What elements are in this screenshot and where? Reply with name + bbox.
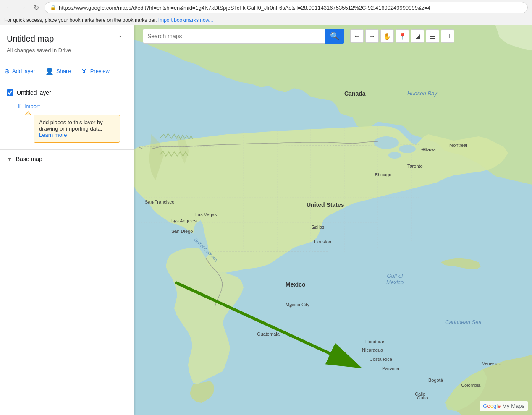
add-layer-label: Add layer — [12, 68, 35, 74]
map-toolbar: 🔍 ← → ✋ 📍 ◢ ☰ □ — [139, 29, 532, 44]
pin-tool[interactable]: 📍 — [396, 29, 409, 43]
layer-section: Untitled layer ⋮ ⇧ Import Add places to … — [0, 81, 134, 150]
layer-more-button[interactable]: ⋮ — [115, 87, 127, 99]
browser-chrome: ← → ↻ 🔒 https://www.google.com/maps/d/ed… — [0, 0, 532, 25]
shape-tool[interactable]: ◢ — [411, 29, 424, 43]
la-dot — [174, 221, 176, 223]
filter-tool[interactable]: ☰ — [426, 29, 439, 43]
basemap-chevron-icon: ▼ — [7, 156, 13, 162]
hint-text: Add places to this layer by drawing or i… — [39, 119, 103, 132]
panel-more-button[interactable]: ⋮ — [113, 32, 127, 45]
panel-header: Untitled map ⋮ All changes saved in Driv… — [0, 25, 134, 61]
address-bar[interactable]: 🔒 https://www.google.com/maps/d/edit?hl=… — [45, 2, 528, 13]
add-layer-icon: ⊕ — [4, 67, 10, 75]
toronto-dot — [411, 165, 413, 167]
undo-tool[interactable]: ← — [350, 29, 364, 43]
preview-icon: 👁 — [81, 68, 88, 75]
google-logo: Google — [483, 403, 501, 409]
layer-title: Untitled layer — [17, 89, 112, 96]
google-mymaps-branding: Google My Maps — [480, 401, 528, 411]
share-label: Share — [56, 68, 71, 74]
refresh-button[interactable]: ↻ — [31, 3, 41, 13]
import-bookmarks-link[interactable]: Import bookmarks now... — [158, 17, 213, 23]
chicago-dot — [375, 173, 377, 175]
learn-more-link[interactable]: Learn more — [39, 132, 67, 138]
share-button[interactable]: 👤 Share — [41, 65, 75, 78]
import-link[interactable]: Import — [24, 103, 40, 110]
dallas-dot — [313, 227, 315, 229]
import-icon: ⇧ — [17, 103, 22, 110]
back-button[interactable]: ← — [4, 3, 14, 13]
mexico-city-dot — [290, 305, 292, 308]
search-bar[interactable]: 🔍 — [143, 29, 344, 44]
forward-button[interactable]: → — [18, 3, 28, 13]
hint-arrow-inner — [26, 112, 31, 115]
basemap-section: ▼ Base map — [0, 150, 134, 168]
redo-tool[interactable]: → — [365, 29, 379, 43]
search-button[interactable]: 🔍 — [325, 29, 344, 44]
sf-dot — [152, 202, 154, 204]
bookmark-bar: For quick access, place your bookmarks h… — [0, 15, 532, 25]
share-icon: 👤 — [45, 67, 54, 75]
hint-box: Add places to this layer by drawing or i… — [34, 115, 120, 143]
browser-nav: ← → ↻ 🔒 https://www.google.com/maps/d/ed… — [0, 0, 532, 15]
ottawa-dot — [422, 149, 425, 151]
lock-icon: 🔒 — [50, 5, 56, 10]
hand-tool[interactable]: ✋ — [380, 29, 394, 43]
layer-checkbox[interactable] — [7, 89, 13, 96]
basemap-label: Base map — [16, 156, 42, 162]
panel-title: Untitled map — [7, 34, 54, 44]
mymaps-label: My Maps — [502, 403, 524, 409]
preview-label: Preview — [90, 68, 110, 74]
ruler-tool[interactable]: □ — [441, 29, 454, 43]
add-layer-button[interactable]: ⊕ Add layer — [0, 65, 39, 78]
svg-point-12 — [374, 136, 399, 149]
map-container[interactable]: 🔍 ← → ✋ 📍 ◢ ☰ □ Canada United States Mex… — [0, 25, 532, 415]
panel-actions: ⊕ Add layer 👤 Share 👁 Preview — [0, 61, 134, 81]
svg-point-14 — [388, 152, 401, 159]
panel-title-row: Untitled map ⋮ — [7, 32, 127, 45]
import-row: ⇧ Import — [0, 101, 134, 111]
map-tools: ← → ✋ 📍 ◢ ☰ □ — [350, 29, 454, 43]
basemap-row[interactable]: ▼ Base map — [7, 153, 127, 165]
preview-button[interactable]: 👁 Preview — [77, 65, 114, 78]
sd-dot — [173, 231, 175, 233]
svg-point-13 — [399, 145, 416, 153]
saved-status: All changes saved in Drive — [7, 47, 127, 53]
search-input[interactable] — [143, 29, 325, 44]
side-panel: Untitled map ⋮ All changes saved in Driv… — [0, 25, 134, 415]
hint-container: Add places to this layer by drawing or i… — [17, 115, 127, 143]
url-text: https://www.google.com/maps/d/edit?hl=en… — [59, 5, 522, 11]
search-icon: 🔍 — [330, 31, 339, 41]
layer-header: Untitled layer ⋮ — [0, 84, 134, 101]
bookmark-bar-text: For quick access, place your bookmarks h… — [4, 17, 157, 23]
